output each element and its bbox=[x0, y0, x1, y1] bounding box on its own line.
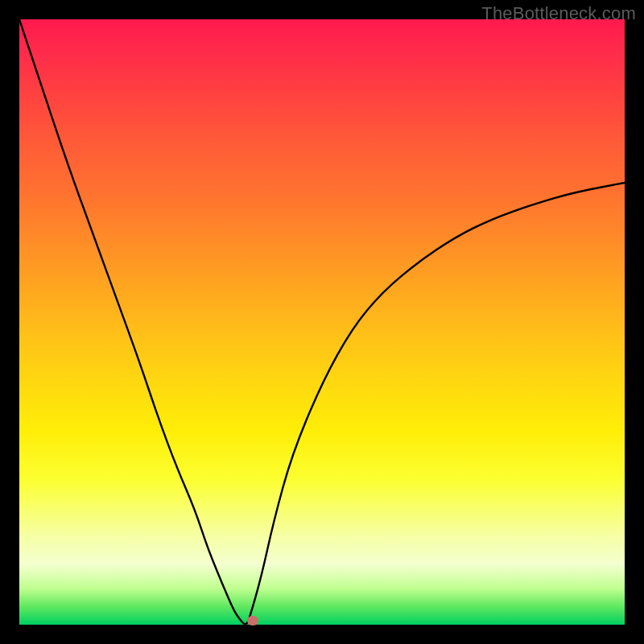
minimum-marker bbox=[247, 616, 258, 625]
watermark-text: TheBottleneck.com bbox=[481, 3, 636, 24]
chart-frame bbox=[19, 19, 625, 625]
